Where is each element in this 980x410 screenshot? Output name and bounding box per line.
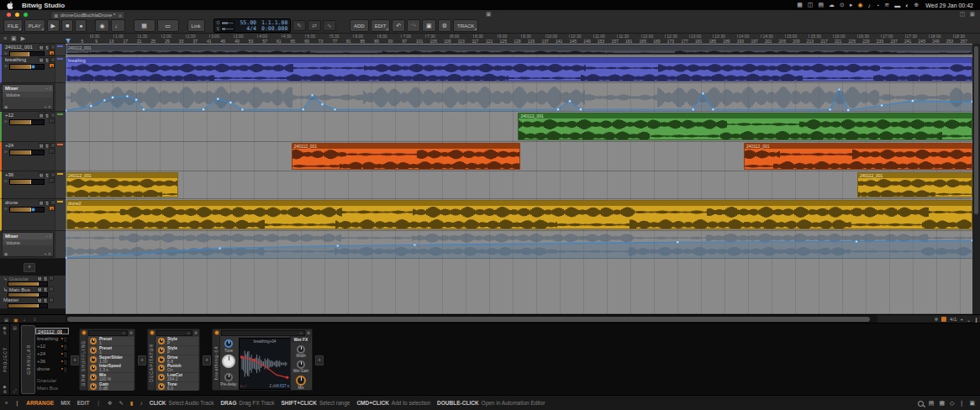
metronome-button[interactable]: ♩ [111,19,125,32]
audio-clip[interactable]: breathing [66,57,972,81]
main-gain-knob[interactable] [222,355,235,368]
device-power-button[interactable] [150,330,155,335]
apple-menu[interactable] [7,2,13,9]
superslider-knob[interactable] [90,356,97,363]
device-preset-box[interactable]: ✕ [221,330,305,336]
bus-solo-button[interactable]: S [43,297,48,302]
groove-button[interactable]: ▦ [134,19,155,32]
statusbar-left-icon-0[interactable]: ≡ [5,400,8,406]
time-machine-icon[interactable]: ◔ [876,3,879,8]
device-panel-track-item[interactable]: drone [35,365,69,372]
control-center-icon[interactable]: ◐ [905,3,909,8]
tab-close-icon[interactable]: ✕ [118,13,122,18]
device-panel-bus-item[interactable]: Granular [35,377,69,384]
copy-button[interactable]: ▣ [422,19,436,32]
overdub-button[interactable]: ◉ [95,19,108,32]
location-icon[interactable]: ⊙ [840,2,845,8]
mute-button[interactable]: M [39,45,44,50]
position-display[interactable]: 1.1.1.000:00.000 [261,20,287,32]
follow-playhead-icon[interactable]: ▣ [11,35,17,42]
clip-stop-marker[interactable] [57,58,63,60]
search-icon[interactable] [918,401,924,407]
panel-tab-secondary-icon[interactable]: ▤ [13,325,17,330]
track-button[interactable]: TRACK [453,19,478,32]
files-icon[interactable]: ▤ [818,2,824,8]
minimize-window-button[interactable] [15,13,19,17]
track-lane[interactable]: 240112_001 [66,44,972,56]
tone-knob[interactable] [158,383,165,390]
spotlight-icon[interactable]: ⊕ [914,2,919,8]
automation-write-button[interactable]: ✎ [292,20,306,31]
device-preset-box[interactable]: ✕ [156,330,192,336]
file-button[interactable]: FILE [3,19,23,32]
automation-lane[interactable] [66,231,972,259]
device-preset-box[interactable]: ✕ [88,330,128,336]
display-mode-button[interactable]: ▭ [157,19,179,32]
audio-clip[interactable]: 240112_001 [66,172,178,197]
record-arm-button[interactable] [49,63,55,68]
audio-clip[interactable]: 240112_001 [744,143,972,170]
device-power-button[interactable] [214,330,219,335]
shield-icon[interactable]: ◫ [808,2,814,8]
cloud-icon[interactable]: ☁ [829,2,835,8]
device-convolution[interactable]: ✕≣breathing-04TunePre-delaybreathing+042… [212,329,313,391]
pointer-tool-icon[interactable]: ✥ [108,400,112,407]
automation-value-dot[interactable] [31,65,35,69]
device-panel-track-item[interactable]: +36 [35,358,69,365]
device-panel-track-item[interactable]: +12 [35,343,69,350]
titlebar-panel-toggle-0[interactable]: ◫ [960,11,966,18]
play-button[interactable]: ▶ [47,19,60,32]
track-lane[interactable]: 240112_001240112_001 [66,142,972,171]
settings-button[interactable]: ⚙ [438,19,451,32]
automation-panel-footer-buttons[interactable]: + ✕ [45,104,52,109]
audio-clip[interactable]: 240112_001 [292,143,520,170]
sound-icon[interactable]: ♪ [868,3,872,8]
gain-knob[interactable] [90,383,97,390]
bus-solo-button[interactable]: S [43,276,48,281]
add-device-start-button[interactable]: + [71,355,79,365]
panel-tab-project-icon[interactable]: ⇅ [3,330,6,335]
track-lane[interactable]: 240112_001240112_001 [66,171,972,199]
header-footer-icon-0[interactable]: ⊞ [4,317,8,323]
menubar-app-name[interactable]: Bitwig Studio [22,2,65,9]
panel-tab-project[interactable]: ◉⇅PROJECT◆≣ [0,323,10,396]
record-arm-button[interactable] [49,118,55,124]
playhead-marker[interactable] [66,39,71,43]
record-indicator-icon[interactable]: ◉ [857,2,862,8]
clip-stop-marker[interactable] [57,173,63,175]
impulse-display[interactable]: breathing+042 ch8.637 s⏵ ╱ [239,338,291,390]
automation-panel-footer-buttons[interactable]: + ✕ [45,251,52,256]
header-footer-icon-3[interactable]: ↕ [34,317,36,322]
panel-tab-secondary[interactable]: ▤⤢ [10,323,20,396]
mute-button[interactable]: M [39,200,44,205]
snap-setting[interactable]: 4/1 [950,317,956,322]
record-button[interactable]: ● [75,19,87,32]
bus-track-header[interactable]: ↳ GranularMS [0,276,66,287]
scroll-dot-button[interactable] [935,318,938,321]
stop-button[interactable]: ■ [61,19,73,32]
automation-curve[interactable] [66,231,972,259]
drive-knob[interactable] [158,356,165,363]
track-header[interactable]: +12MS⊳ [0,112,66,142]
bus-extra-button[interactable] [49,297,54,302]
bus-track-header[interactable]: MasterMS [0,297,66,309]
auto-zoom-button[interactable] [941,317,946,322]
add-track-button[interactable]: + [24,263,35,272]
automation-panel-icons[interactable]: − ↕ [45,234,51,239]
device-chain-track-tab[interactable]: GRANULAR [21,325,35,394]
save-icon[interactable]: ▣ [969,400,975,407]
device-panel-track-item[interactable]: +24 [35,350,69,357]
bus-extra-button[interactable] [49,276,54,281]
record-arm-button[interactable] [49,50,55,55]
bus-extra-button[interactable] [49,286,54,292]
bus-track-header[interactable]: ↳ Main BusMS [0,286,66,298]
audio-clip[interactable]: drone2 [66,200,972,229]
time-value[interactable]: 0:00.000 [261,26,287,32]
solo-button[interactable]: S [45,200,50,205]
track-lane[interactable]: drone2 [66,199,972,231]
solo-button[interactable]: S [45,143,50,148]
automation-panel[interactable]: Mixer− ↕Volume◉+ ✕ [2,84,54,110]
track-lane[interactable]: breathing [66,56,972,83]
groove-slider[interactable] [221,21,234,25]
header-footer-icon-2[interactable]: ♩ [24,317,29,322]
